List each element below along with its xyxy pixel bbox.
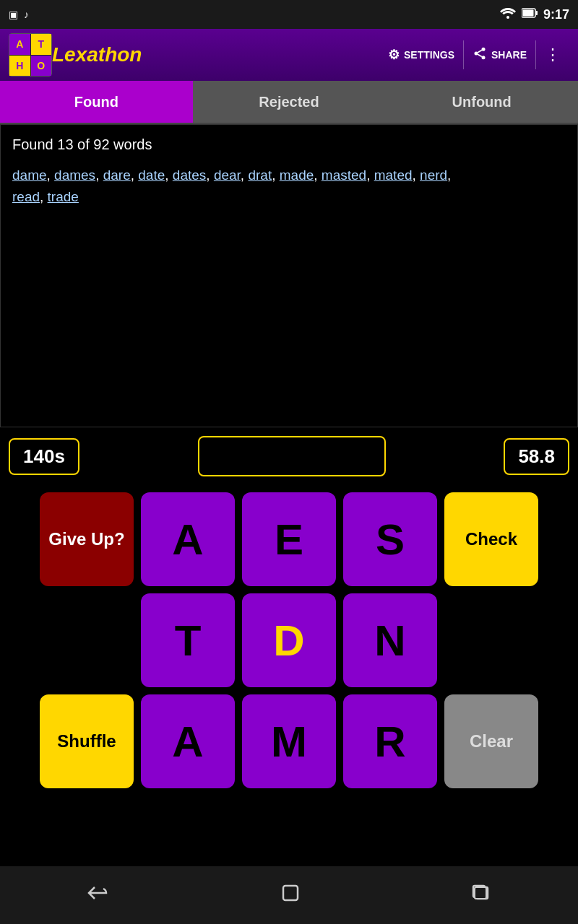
tab-found[interactable]: Found	[0, 81, 193, 123]
svg-line-7	[478, 54, 482, 56]
back-button[interactable]	[86, 884, 109, 907]
tabs: Found Rejected Unfound	[0, 81, 578, 124]
svg-line-8	[478, 50, 482, 52]
letter-tile-n[interactable]: N	[343, 593, 437, 687]
letter-tile-d[interactable]: D	[242, 593, 336, 687]
svg-point-6	[481, 56, 485, 59]
letter-tile-s[interactable]: S	[343, 492, 437, 586]
app-logo: A T H O	[9, 33, 52, 77]
grid-row-2: T D N	[0, 593, 578, 687]
wifi-icon	[500, 7, 516, 22]
found-count: Found 13 of 92 words	[12, 136, 566, 153]
content-area: Found 13 of 92 words dame, dames, dare, …	[0, 124, 578, 427]
give-up-button[interactable]: Give Up?	[40, 492, 134, 586]
status-bar: ▣ ♪ 9:17	[0, 0, 578, 29]
svg-rect-3	[522, 10, 533, 17]
letter-tile-r[interactable]: R	[343, 694, 437, 788]
letters-row-2: T D N	[141, 593, 437, 687]
found-words: dame, dames, dare, date, dates, dear, dr…	[12, 165, 566, 209]
grid-area: Give Up? A E S Check T D N Shuffle A M R…	[0, 485, 578, 803]
score-display: 58.8	[504, 438, 569, 475]
shuffle-button[interactable]: Shuffle	[40, 694, 134, 788]
svg-point-0	[506, 16, 509, 19]
tab-unfound[interactable]: Unfound	[385, 81, 578, 123]
app-title: Lexathon	[52, 43, 379, 66]
word-input[interactable]	[198, 436, 386, 476]
share-icon	[473, 46, 487, 64]
tab-rejected[interactable]: Rejected	[193, 81, 386, 123]
svg-rect-2	[535, 11, 538, 15]
check-button[interactable]: Check	[444, 492, 538, 586]
svg-point-4	[481, 47, 485, 51]
battery-icon	[522, 8, 538, 21]
top-bar: A T H O Lexathon ⚙ SETTINGS SHARE ⋮	[0, 29, 578, 81]
media-icon: ♪	[24, 9, 29, 20]
controls-row: 140s 58.8	[0, 427, 578, 485]
clear-button[interactable]: Clear	[444, 694, 538, 788]
svg-rect-12	[475, 887, 486, 899]
letter-tile-a1[interactable]: A	[141, 492, 235, 586]
timer-display: 140s	[9, 438, 79, 475]
share-button[interactable]: SHARE	[464, 40, 535, 70]
more-options-button[interactable]: ⋮	[536, 40, 569, 70]
android-icon: ▣	[9, 9, 18, 20]
letter-tile-m[interactable]: M	[242, 694, 336, 788]
recent-apps-button[interactable]	[472, 884, 492, 907]
settings-icon: ⚙	[388, 47, 400, 63]
letters-row-3: A M R	[141, 694, 437, 788]
letter-tile-e[interactable]: E	[242, 492, 336, 586]
settings-button[interactable]: ⚙ SETTINGS	[379, 41, 463, 69]
svg-point-5	[474, 51, 478, 55]
letter-tile-a2[interactable]: A	[141, 694, 235, 788]
grid-row-3: Shuffle A M R Clear	[0, 694, 578, 788]
letters-row-1: A E S	[141, 492, 437, 586]
bottom-nav	[0, 866, 578, 924]
grid-row-1: Give Up? A E S Check	[0, 492, 578, 586]
letter-tile-t[interactable]: T	[141, 593, 235, 687]
svg-rect-9	[283, 886, 298, 900]
home-button[interactable]	[280, 883, 301, 908]
clock: 9:17	[543, 7, 569, 22]
